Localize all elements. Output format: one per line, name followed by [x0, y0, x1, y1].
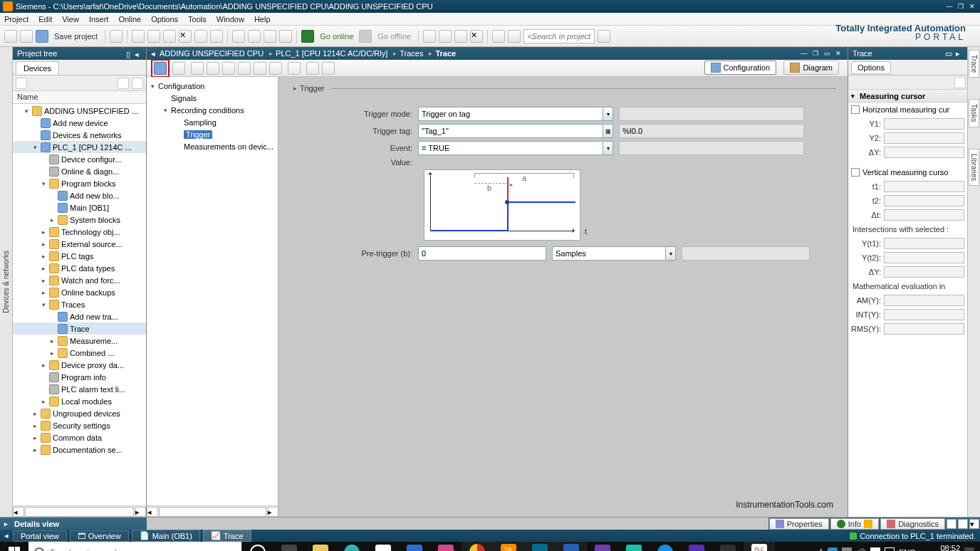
task-app-2[interactable] — [681, 542, 712, 551]
tree-node[interactable]: ▸Documentation se... — [13, 444, 146, 456]
pretrigger-unit-field[interactable]: Samples — [552, 246, 666, 261]
minimize-button[interactable]: — — [944, 2, 954, 11]
undo-button[interactable] — [194, 30, 207, 43]
menu-project[interactable]: Project — [4, 15, 28, 23]
tree-node[interactable]: ▸Local modules — [13, 395, 146, 407]
tree-node[interactable]: Trace — [13, 322, 146, 335]
breadcrumb-4[interactable]: Trace — [435, 49, 456, 58]
split-v-button[interactable] — [508, 30, 521, 43]
tree-node[interactable]: ▸PLC data types — [13, 262, 146, 274]
pretrigger-unit-dropdown-icon[interactable]: ▾ — [666, 246, 676, 261]
task-plc-2[interactable]: PLCSIM — [744, 542, 775, 551]
am-input[interactable] — [884, 295, 964, 306]
restore-button[interactable]: ❐ — [956, 2, 966, 11]
new-project-button[interactable] — [4, 30, 17, 43]
pretrigger-value-field[interactable]: 0 — [418, 246, 546, 261]
close-editor-button[interactable]: ✕ — [470, 30, 483, 43]
task-paint[interactable] — [430, 542, 462, 551]
scroll-track[interactable] — [25, 507, 134, 517]
task-teamviewer[interactable] — [650, 542, 681, 551]
t2-input[interactable] — [884, 195, 964, 206]
tab-options[interactable]: Options — [851, 61, 891, 74]
tree-node[interactable]: Online & diagn... — [13, 165, 146, 177]
y1-input[interactable] — [884, 118, 964, 130]
tree-node[interactable]: ▸System blocks — [13, 214, 146, 226]
status-tab-overview[interactable]: 🗔Overview — [70, 530, 129, 542]
tray-volume-icon[interactable]: 🔊 — [856, 548, 866, 552]
right-tab-trace[interactable]: Trace — [969, 50, 979, 78]
info-button[interactable]: Info — [830, 518, 879, 530]
search-go-button[interactable] — [598, 30, 610, 43]
tree-expand-icon[interactable]: ▸ — [31, 422, 38, 429]
menu-edit[interactable]: Edit — [38, 15, 52, 23]
right-tab-tasks[interactable]: Tasks — [969, 99, 979, 127]
tree-expand-icon[interactable]: ▸ — [40, 229, 47, 236]
tree-node[interactable]: Add new device — [13, 117, 146, 129]
trigger-section-header[interactable]: ▸ Trigger — [290, 84, 836, 93]
diagnostics-button[interactable]: Diagnostics — [880, 518, 945, 530]
transfer-trace-button[interactable] — [154, 62, 167, 75]
measuring-cursor-header[interactable]: ▾Measuring cursor — [848, 90, 967, 103]
project-search-input[interactable] — [523, 29, 595, 43]
paste-button[interactable] — [163, 30, 176, 43]
options-tool-btn[interactable] — [954, 77, 966, 88]
tree-expand-icon[interactable]: ▸ — [40, 277, 47, 284]
start-cpu-button[interactable] — [423, 30, 436, 43]
tree-collapse-icon[interactable]: ◂ — [135, 50, 142, 57]
menu-options[interactable]: Options — [151, 15, 178, 23]
task-mail[interactable] — [399, 542, 430, 551]
tree-node[interactable]: ▾PLC_1 [CPU 1214C ... — [13, 141, 146, 153]
tree-node[interactable]: ▸Common data — [13, 431, 146, 444]
menu-insert[interactable]: Insert — [89, 15, 109, 23]
start-button[interactable] — [0, 542, 28, 551]
tree-node[interactable]: Devices & networks — [13, 129, 146, 141]
config-expand-icon[interactable]: ▾ — [164, 107, 171, 114]
tree-node[interactable]: ▾Program blocks — [13, 177, 146, 189]
download-button[interactable] — [248, 30, 261, 43]
rms-input[interactable] — [884, 323, 964, 335]
dy2-input[interactable] — [884, 266, 964, 278]
tab-configuration[interactable]: Configuration — [704, 61, 776, 75]
tree-node[interactable]: ▸Online backups — [13, 286, 146, 298]
vcursor-checkbox[interactable] — [851, 168, 860, 177]
status-tab-trace[interactable]: 📈Trace — [203, 530, 251, 542]
tree-expand-icon[interactable]: ▸ — [48, 350, 56, 357]
event-dropdown-icon[interactable]: ▾ — [603, 141, 613, 155]
editor-toolbar-btn-9[interactable] — [288, 62, 301, 75]
scroll-right-button[interactable]: ▸ — [267, 507, 278, 517]
tree-expand-icon[interactable]: ▸ — [48, 216, 56, 224]
go-online-icon[interactable] — [301, 30, 314, 43]
trace-header-btn-1[interactable]: ▭ — [945, 49, 952, 56]
tree-node[interactable]: ▸Device proxy da... — [13, 359, 146, 371]
left-rail[interactable]: Devices & networks — [0, 47, 13, 517]
editor-toolbar-btn-11[interactable] — [322, 62, 335, 75]
tree-expand-icon[interactable]: ▸ — [40, 265, 47, 272]
trace-header-btn-2[interactable]: ▸ — [956, 49, 963, 56]
menu-tools[interactable]: Tools — [188, 15, 207, 23]
tree-expand-icon[interactable]: ▾ — [40, 301, 47, 308]
tree-toolbar-btn-3[interactable] — [132, 78, 143, 89]
config-node[interactable]: Measurements on devic... — [148, 140, 276, 152]
status-tab-portal[interactable]: Portal view — [13, 530, 67, 542]
print-button[interactable] — [110, 30, 123, 43]
tree-expand-icon[interactable]: ▸ — [40, 398, 47, 405]
project-tree[interactable]: ▾ADDING UNSPECIFIED ...Add new deviceDev… — [13, 104, 146, 505]
tree-node[interactable]: ▸External source... — [13, 238, 146, 250]
menu-window[interactable]: Window — [217, 15, 244, 23]
tree-expand-icon[interactable]: ▸ — [40, 241, 47, 248]
yt2-input[interactable] — [884, 252, 964, 263]
tray-printer-icon[interactable] — [842, 547, 852, 551]
tree-node[interactable]: ▸Combined ... — [13, 347, 146, 359]
breadcrumb-1[interactable]: ADDING UNSPECIFIED CPU — [160, 49, 264, 58]
tab-devices[interactable]: Devices — [16, 61, 59, 75]
trigger-mode-field[interactable]: Trigger on tag — [418, 107, 603, 121]
tray-lang[interactable]: ENG — [899, 548, 916, 551]
tray-clock[interactable]: 08:52 20-06-2020 — [920, 545, 960, 551]
breadcrumb-back[interactable]: ◂ — [151, 49, 155, 58]
tree-node[interactable]: Main [OB1] — [13, 201, 146, 214]
details-mini-3[interactable]: ▾ — [969, 519, 979, 529]
right-tab-libraries[interactable]: Libraries — [969, 149, 979, 186]
details-view-header[interactable]: ▸Details view — [0, 520, 147, 528]
cut-button[interactable] — [132, 30, 145, 43]
config-node[interactable]: ▾Configuration — [148, 80, 276, 92]
